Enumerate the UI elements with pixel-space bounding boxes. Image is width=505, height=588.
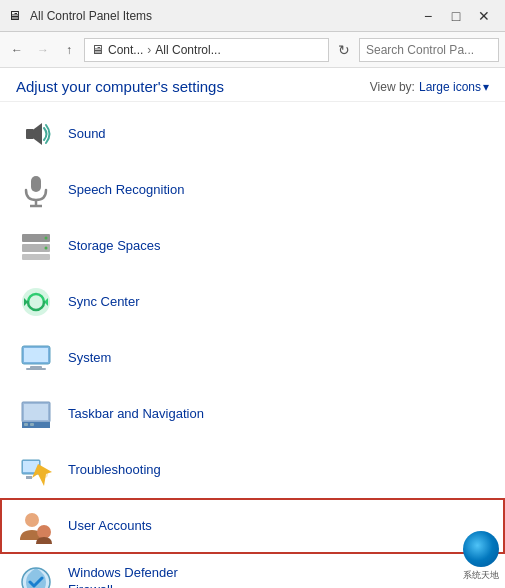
close-button[interactable]: ✕	[471, 6, 497, 26]
path-separator1: ›	[147, 43, 151, 57]
path-part1: Cont...	[108, 43, 143, 57]
content-header: Adjust your computer's settings View by:…	[0, 68, 505, 102]
item-label-sync-center: Sync Center	[68, 294, 140, 311]
path-icon: 🖥	[91, 42, 104, 57]
control-item-storage-spaces[interactable]: Storage Spaces	[0, 218, 505, 274]
storage-icon	[16, 226, 56, 266]
svg-rect-20	[24, 423, 28, 426]
path-part2: All Control...	[155, 43, 220, 57]
watermark-text: 系统天地	[463, 569, 499, 582]
view-by-mode: Large icons	[419, 80, 481, 94]
watermark-globe	[463, 531, 499, 567]
item-label-storage-spaces: Storage Spaces	[68, 238, 161, 255]
control-item-system[interactable]: System	[0, 330, 505, 386]
item-label-windows-defender-firewall: Windows Defender Firewall	[68, 565, 178, 588]
troubleshoot-icon	[16, 450, 56, 490]
system-icon	[16, 338, 56, 378]
speech-icon	[16, 170, 56, 210]
control-item-troubleshooting[interactable]: Troubleshooting	[0, 442, 505, 498]
view-by-label: View by:	[370, 80, 415, 94]
title-bar-controls: − □ ✕	[415, 6, 497, 26]
item-label-user-accounts: User Accounts	[68, 518, 152, 535]
main-content: Adjust your computer's settings View by:…	[0, 68, 505, 588]
svg-rect-21	[30, 423, 34, 426]
defender-icon	[16, 562, 56, 588]
svg-rect-24	[26, 476, 32, 479]
up-button[interactable]: ↑	[58, 39, 80, 61]
title-bar: 🖥 All Control Panel Items − □ ✕	[0, 0, 505, 32]
svg-point-8	[45, 237, 48, 240]
app-icon: 🖥	[8, 8, 24, 24]
control-item-windows-defender-firewall[interactable]: Windows Defender Firewall	[0, 554, 505, 588]
control-item-user-accounts[interactable]: User Accounts	[0, 498, 505, 554]
maximize-button[interactable]: □	[443, 6, 469, 26]
minimize-button[interactable]: −	[415, 6, 441, 26]
svg-rect-7	[22, 254, 50, 260]
item-label-speech-recognition: Speech Recognition	[68, 182, 184, 199]
back-button[interactable]: ←	[6, 39, 28, 61]
svg-rect-2	[31, 176, 41, 192]
page-title: Adjust your computer's settings	[16, 78, 224, 95]
watermark: 系统天地	[463, 531, 499, 582]
search-input[interactable]	[366, 43, 505, 57]
control-item-sound[interactable]: Sound	[0, 106, 505, 162]
control-item-taskbar-navigation[interactable]: Taskbar and Navigation	[0, 386, 505, 442]
items-container: Sound Speech Recognition Storage Spaces …	[0, 102, 505, 588]
item-label-system: System	[68, 350, 111, 367]
view-by-dropdown-icon: ▾	[483, 80, 489, 94]
svg-point-9	[45, 247, 48, 250]
control-item-sync-center[interactable]: Sync Center	[0, 274, 505, 330]
svg-rect-0	[26, 129, 34, 139]
taskbar-icon	[16, 394, 56, 434]
address-path[interactable]: 🖥 Cont... › All Control...	[84, 38, 329, 62]
view-by-control: View by: Large icons ▾	[370, 80, 489, 94]
address-bar: ← → ↑ 🖥 Cont... › All Control... ↻ 🔍	[0, 32, 505, 68]
sound-icon	[16, 114, 56, 154]
search-box[interactable]: 🔍	[359, 38, 499, 62]
sync-icon	[16, 282, 56, 322]
svg-rect-16	[26, 368, 46, 370]
svg-marker-1	[34, 123, 42, 145]
title-bar-left: 🖥 All Control Panel Items	[8, 8, 152, 24]
control-item-speech-recognition[interactable]: Speech Recognition	[0, 162, 505, 218]
item-label-taskbar-navigation: Taskbar and Navigation	[68, 406, 204, 423]
view-by-value[interactable]: Large icons ▾	[419, 80, 489, 94]
item-label-sound: Sound	[68, 126, 106, 143]
item-label-troubleshooting: Troubleshooting	[68, 462, 161, 479]
svg-rect-14	[24, 348, 48, 362]
svg-point-26	[40, 470, 48, 478]
window-title: All Control Panel Items	[30, 9, 152, 23]
user-icon	[16, 506, 56, 546]
svg-rect-19	[24, 404, 48, 420]
svg-point-27	[25, 513, 39, 527]
refresh-button[interactable]: ↻	[333, 39, 355, 61]
svg-point-28	[37, 525, 51, 539]
forward-button[interactable]: →	[32, 39, 54, 61]
